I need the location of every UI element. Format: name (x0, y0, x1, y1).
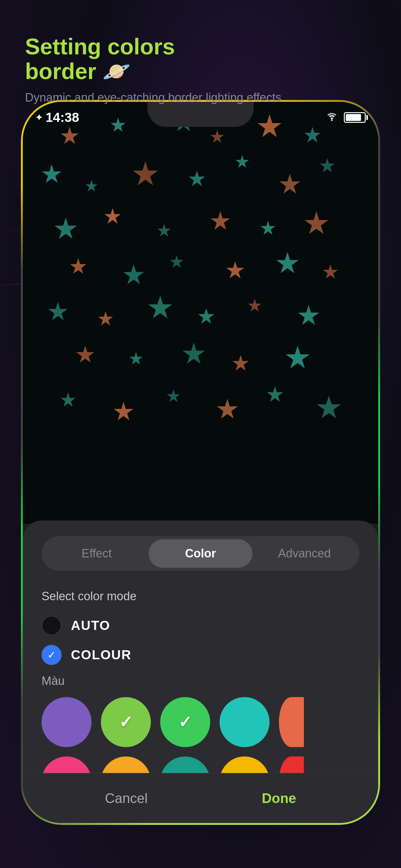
radio-auto-circle (41, 616, 62, 636)
star-10 (235, 155, 249, 169)
star-19 (70, 258, 87, 275)
phone-frame: ✦ 14:38 (21, 100, 380, 825)
star-28 (198, 308, 215, 325)
tab-advanced[interactable]: Advanced (252, 539, 356, 568)
star-40 (266, 386, 283, 403)
svg-point-0 (331, 119, 333, 121)
star-31 (76, 346, 95, 364)
phone-inner: ✦ 14:38 (23, 102, 378, 823)
page-title: Setting colors border 🪐 (25, 34, 281, 84)
radio-auto-label: AUTO (71, 618, 110, 633)
wallpaper-area (23, 102, 378, 524)
tab-color[interactable]: Color (149, 539, 253, 568)
color-mode-title: Select color mode (41, 590, 360, 603)
star-6 (41, 164, 62, 185)
star-8 (132, 161, 159, 188)
swatch-check-green: ✓ (178, 713, 192, 732)
star-5 (304, 127, 321, 144)
star-13 (54, 217, 77, 241)
battery-fill (346, 114, 361, 121)
swatch-teal[interactable] (220, 697, 269, 747)
star-35 (285, 346, 310, 371)
cancel-button[interactable]: Cancel (105, 790, 148, 806)
star-20 (123, 264, 144, 286)
star-37 (113, 402, 134, 422)
radio-colour-circle: ✓ (41, 645, 62, 665)
star-34 (232, 355, 249, 372)
star-15 (157, 224, 171, 238)
radio-auto[interactable]: AUTO (41, 616, 360, 636)
status-star-icon: ✦ (35, 113, 42, 123)
star-7 (85, 180, 98, 192)
page-header: Setting colors border 🪐 Dynamic and eye-… (25, 34, 281, 105)
swatch-check-green-light: ✓ (119, 713, 133, 732)
star-23 (276, 252, 299, 275)
star-26 (98, 311, 113, 327)
star-9 (188, 170, 205, 188)
star-25 (48, 302, 68, 322)
radio-colour[interactable]: ✓ COLOUR (41, 645, 360, 665)
star-18 (304, 211, 329, 236)
swatch-purple[interactable] (41, 697, 92, 747)
star-14 (104, 208, 121, 225)
star-27 (148, 296, 173, 320)
star-0 (60, 127, 79, 146)
star-36 (60, 393, 76, 408)
star-32 (129, 352, 143, 366)
phone-notch (147, 102, 254, 127)
star-39 (216, 399, 238, 421)
star-17 (260, 221, 276, 236)
star-24 (323, 264, 338, 280)
swatch-green[interactable]: ✓ (160, 697, 210, 747)
radio-colour-label: COLOUR (71, 647, 132, 662)
star-3 (210, 130, 224, 144)
page-subtitle: Dynamic and eye-catching border lighting… (25, 90, 281, 105)
done-button[interactable]: Done (262, 790, 296, 806)
star-12 (320, 158, 335, 174)
swatch-orange[interactable] (279, 697, 304, 747)
star-33 (182, 342, 205, 366)
star-30 (298, 305, 320, 327)
color-row-1: ✓ ✓ (41, 697, 360, 747)
tab-bar: Effect Color Advanced (41, 536, 360, 571)
wifi-icon (325, 111, 339, 125)
swatch-green-light[interactable]: ✓ (101, 697, 151, 747)
star-22 (226, 261, 244, 280)
star-38 (166, 389, 180, 403)
radio-colour-check: ✓ (47, 649, 56, 661)
star-29 (248, 299, 262, 313)
star-21 (170, 255, 183, 269)
colors-label: Màu (41, 674, 360, 688)
action-bar: Cancel Done (23, 773, 378, 823)
battery-icon (344, 112, 366, 123)
status-time: ✦ 14:38 (35, 110, 79, 125)
star-41 (316, 396, 341, 421)
star-11 (279, 174, 301, 195)
star-16 (210, 211, 231, 231)
status-icons (325, 111, 366, 125)
tab-effect[interactable]: Effect (45, 539, 149, 568)
